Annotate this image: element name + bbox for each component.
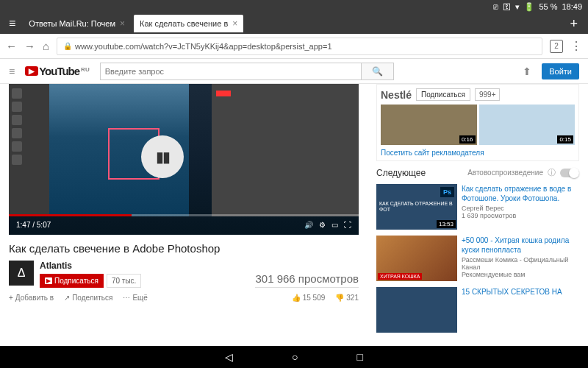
tab-count-button[interactable]: 2 — [550, 40, 563, 53]
ad-thumbnail[interactable]: 0:15 — [479, 105, 576, 145]
yt-play-icon: ▶ — [25, 66, 38, 76]
key-icon: ⚿ — [503, 2, 511, 11]
rec-title: Как сделать отражение в воде в Фотошопе.… — [462, 184, 579, 203]
thumb-label: ХИТРАЯ КОШКА — [378, 273, 422, 280]
up-next-header: Следующее Автовоспроизведение ⓘ — [376, 167, 579, 178]
rec-channel: Сергей Верес — [462, 205, 579, 212]
rec-title: +50 000 - Хитрая кошка родила куски пено… — [462, 236, 579, 255]
autoplay-label: Автовоспроизведение — [467, 169, 543, 177]
up-next-label: Следующее — [376, 168, 426, 178]
recommendation-item[interactable]: 15 СКРЫТЫХ СЕКРЕТОВ НА — [376, 287, 579, 333]
android-status-bar: ⎚ ⚿ ▾ 🔋 55 % 18:49 — [0, 0, 588, 13]
autoplay-toggle[interactable] — [560, 169, 579, 177]
search-input[interactable] — [101, 63, 361, 79]
video-title: Как сделать свечение в Adobe Photoshop — [9, 242, 359, 255]
photoshop-panels — [212, 84, 359, 216]
more-button[interactable]: ⋯Ещё — [123, 294, 147, 302]
ad-subscribe-button[interactable]: Подписаться — [416, 88, 470, 101]
search-box: 🔍 — [100, 63, 394, 80]
back-icon[interactable]: ← — [6, 40, 17, 52]
tab-inactive[interactable]: Ответы Mail.Ru: Почем × — [23, 15, 131, 32]
lock-icon: 🔒 — [63, 42, 72, 50]
battery-percent: 55 % — [539, 2, 557, 11]
thumb-overlay: КАК СДЕЛАТЬ ОТРАЖЕНИЕ В ФОТ — [376, 198, 457, 216]
battery-icon: 🔋 — [524, 2, 534, 12]
forward-icon[interactable]: → — [24, 40, 35, 52]
android-nav-bar: ◁ ○ □ — [0, 346, 588, 368]
recents-nav-icon[interactable]: □ — [357, 351, 363, 363]
subscribe-button[interactable]: ▶ Подписаться — [40, 274, 104, 288]
fullscreen-icon[interactable]: ⛶ — [344, 221, 351, 229]
channel-avatar[interactable]: Δ — [9, 261, 34, 286]
rec-views: Рекомендуемые вам — [462, 271, 579, 278]
rec-channel: Рассмеши Комика - Официальный Канал — [462, 256, 579, 271]
yt-logo-text: YouTube — [39, 65, 79, 77]
photoshop-toolbar — [9, 84, 49, 216]
rec-thumbnail: ХИТРАЯ КОШКА — [376, 236, 457, 281]
home-nav-icon[interactable]: ○ — [292, 351, 298, 363]
tab-title: Ответы Mail.Ru: Почем — [29, 19, 115, 28]
wifi-icon: ▾ — [515, 2, 520, 12]
main-column: ▮▮ 1:47 / 5:07 🔊 ⚙ ▭ ⛶ Как сделать свече… — [0, 84, 368, 368]
yt-menu-icon[interactable]: ≡ — [9, 66, 15, 77]
rec-thumbnail: КАК СДЕЛАТЬ ОТРАЖЕНИЕ В ФОТ Ps 13:53 — [376, 184, 457, 230]
upload-icon[interactable]: ⬆ — [523, 66, 531, 77]
rec-title: 15 СКРЫТЫХ СЕКРЕТОВ НА — [462, 287, 579, 297]
url-input[interactable]: 🔒 www.youtube.com/watch?v=JcTN5yKKij4&ap… — [57, 38, 542, 55]
hamburger-icon[interactable]: ≡ — [4, 17, 20, 30]
tab-active[interactable]: Как сделать свечение в × — [134, 15, 243, 32]
ad-link[interactable]: Посетить сайт рекламодателя — [381, 149, 575, 157]
subscribe-label: Подписаться — [54, 277, 98, 285]
channel-name[interactable]: Atlantis — [40, 261, 249, 271]
tab-title: Как сделать свечение в — [140, 19, 228, 28]
rec-views: 1 639 просмотров — [462, 212, 579, 219]
progress-bar[interactable] — [9, 214, 359, 216]
youtube-header: ≡ ▶ YouTube RU 🔍 ⬆ Войти — [0, 59, 588, 84]
url-text: www.youtube.com/watch?v=JcTN5yKKij4&app=… — [75, 42, 331, 51]
share-button[interactable]: ↗Поделиться — [64, 294, 112, 302]
duration-badge: 13:53 — [437, 220, 456, 228]
ps-badge-icon: Ps — [440, 187, 454, 197]
cast-icon: ⎚ — [493, 2, 498, 11]
thumbs-up-icon: 👍 — [292, 294, 301, 302]
ad-brand[interactable]: Nestlé — [381, 89, 412, 101]
channel-row: Δ Atlantis ▶ Подписаться 70 тыс. 301 966… — [9, 261, 359, 288]
recommendation-item[interactable]: КАК СДЕЛАТЬ ОТРАЖЕНИЕ В ФОТ Ps 13:53 Как… — [376, 184, 579, 230]
clock: 18:49 — [562, 2, 582, 11]
close-icon[interactable]: × — [232, 18, 237, 29]
search-button[interactable]: 🔍 — [361, 63, 393, 79]
player-controls: 1:47 / 5:07 🔊 ⚙ ▭ ⛶ — [9, 214, 359, 235]
home-icon[interactable]: ⌂ — [43, 40, 49, 52]
browser-url-bar: ← → ⌂ 🔒 www.youtube.com/watch?v=JcTN5yKK… — [0, 34, 588, 59]
settings-icon[interactable]: ⚙ — [319, 221, 326, 229]
menu-icon[interactable]: ⋮ — [570, 39, 582, 53]
close-icon[interactable]: × — [120, 18, 125, 29]
duration-badge: 0:15 — [557, 135, 573, 144]
theater-icon[interactable]: ▭ — [331, 221, 338, 229]
browser-tab-bar: ≡ Ответы Mail.Ru: Почем × Как сделать св… — [0, 13, 588, 34]
volume-icon[interactable]: 🔊 — [304, 221, 313, 229]
ad-thumbnail[interactable]: 0:16 — [381, 105, 477, 145]
share-icon: ↗ — [64, 294, 70, 302]
duration-badge: 0:16 — [459, 135, 476, 144]
plus-icon: + — [9, 294, 13, 302]
video-player[interactable]: ▮▮ 1:47 / 5:07 🔊 ⚙ ▭ ⛶ — [9, 84, 359, 235]
yt-icon: ▶ — [45, 277, 52, 284]
action-row: +Добавить в ↗Поделиться ⋯Ещё 👍15 509 👎32… — [9, 294, 359, 302]
time-display: 1:47 / 5:07 — [16, 221, 51, 229]
dislike-button[interactable]: 👎321 — [335, 294, 359, 302]
sub-count: 70 тыс. — [107, 274, 141, 288]
recommendation-item[interactable]: ХИТРАЯ КОШКА +50 000 - Хитрая кошка роди… — [376, 236, 579, 281]
yt-region: RU — [81, 66, 90, 73]
pause-button[interactable]: ▮▮ — [141, 135, 184, 178]
youtube-logo[interactable]: ▶ YouTube RU — [25, 65, 90, 77]
sidebar-column: Nestlé Подписаться 999+ 0:16 0:15 Посети… — [368, 84, 588, 368]
like-button[interactable]: 👍15 509 — [292, 294, 326, 302]
signin-button[interactable]: Войти — [542, 63, 579, 79]
back-nav-icon[interactable]: ◁ — [225, 351, 233, 363]
new-tab-button[interactable]: + — [564, 16, 584, 32]
add-to-button[interactable]: +Добавить в — [9, 294, 54, 302]
ad-sub-count: 999+ — [475, 88, 501, 101]
view-count: 301 966 просмотров — [255, 272, 359, 288]
info-icon[interactable]: ⓘ — [548, 167, 556, 178]
